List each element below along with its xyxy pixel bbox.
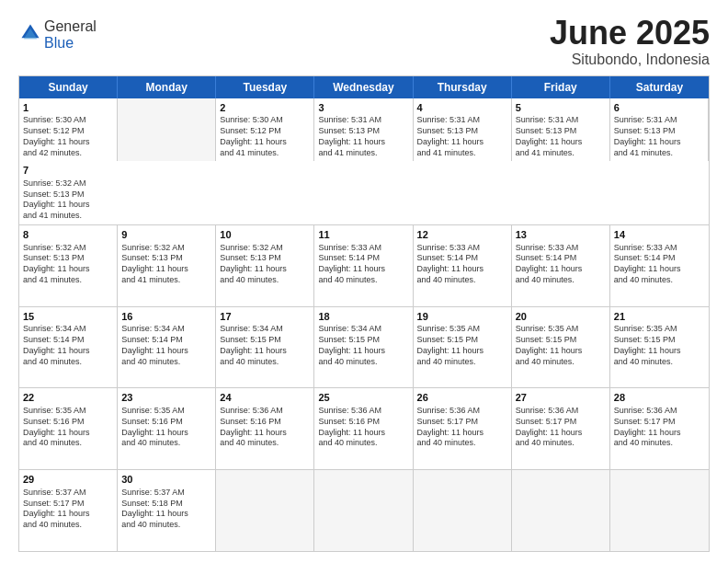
cell-day-number: 22 — [23, 391, 113, 405]
cell-day-info: Sunrise: 5:31 AMSunset: 5:13 PMDaylight:… — [318, 115, 408, 158]
calendar-cell: 5Sunrise: 5:31 AMSunset: 5:13 PMDaylight… — [512, 98, 610, 162]
cell-day-info: Sunrise: 5:32 AMSunset: 5:13 PMDaylight:… — [121, 243, 211, 286]
cell-day-number: 1 — [23, 101, 113, 115]
cell-day-info: Sunrise: 5:35 AMSunset: 5:16 PMDaylight:… — [121, 406, 211, 449]
cell-day-info: Sunrise: 5:31 AMSunset: 5:13 PMDaylight:… — [516, 115, 606, 158]
cell-day-info: Sunrise: 5:30 AMSunset: 5:12 PMDaylight:… — [23, 115, 113, 158]
calendar-cell: 16Sunrise: 5:34 AMSunset: 5:14 PMDayligh… — [118, 307, 216, 388]
calendar-cell: 24Sunrise: 5:36 AMSunset: 5:16 PMDayligh… — [216, 388, 314, 469]
cell-day-number: 12 — [417, 228, 507, 242]
cell-day-info: Sunrise: 5:36 AMSunset: 5:16 PMDaylight:… — [220, 406, 310, 449]
cell-day-info: Sunrise: 5:37 AMSunset: 5:18 PMDaylight:… — [121, 488, 211, 531]
cell-day-number: 6 — [614, 101, 704, 115]
calendar-cell: 2Sunrise: 5:30 AMSunset: 5:12 PMDaylight… — [216, 98, 314, 162]
calendar-cell: 28Sunrise: 5:36 AMSunset: 5:17 PMDayligh… — [610, 388, 709, 469]
cell-day-number: 4 — [417, 101, 507, 115]
cell-day-number: 23 — [121, 391, 211, 405]
cell-day-number: 5 — [516, 101, 606, 115]
calendar-row: 8Sunrise: 5:32 AMSunset: 5:13 PMDaylight… — [19, 224, 709, 306]
calendar-row: 22Sunrise: 5:35 AMSunset: 5:16 PMDayligh… — [19, 387, 709, 469]
cell-day-number: 10 — [220, 228, 310, 242]
cell-day-number: 20 — [516, 310, 606, 324]
calendar-cell: 8Sunrise: 5:32 AMSunset: 5:13 PMDaylight… — [19, 225, 118, 306]
cell-day-number: 13 — [516, 228, 606, 242]
calendar-cell: 25Sunrise: 5:36 AMSunset: 5:16 PMDayligh… — [314, 388, 413, 469]
cell-day-info: Sunrise: 5:31 AMSunset: 5:13 PMDaylight:… — [417, 115, 507, 158]
cell-day-info: Sunrise: 5:36 AMSunset: 5:17 PMDaylight:… — [417, 406, 507, 449]
calendar-cell: 27Sunrise: 5:36 AMSunset: 5:17 PMDayligh… — [512, 388, 610, 469]
calendar-cell: 3Sunrise: 5:31 AMSunset: 5:13 PMDaylight… — [314, 98, 413, 162]
title-location: Situbondo, Indonesia — [550, 52, 710, 68]
calendar-cell: 22Sunrise: 5:35 AMSunset: 5:16 PMDayligh… — [19, 388, 118, 469]
logo: General Blue — [18, 18, 97, 52]
calendar-cell — [118, 98, 216, 162]
cell-day-info: Sunrise: 5:35 AMSunset: 5:15 PMDaylight:… — [516, 324, 606, 367]
cell-day-number: 21 — [614, 310, 705, 324]
cell-day-number: 25 — [318, 391, 408, 405]
cell-day-info: Sunrise: 5:32 AMSunset: 5:13 PMDaylight:… — [23, 178, 114, 222]
calendar-cell: 18Sunrise: 5:34 AMSunset: 5:15 PMDayligh… — [314, 307, 413, 388]
calendar-cell: 21Sunrise: 5:35 AMSunset: 5:15 PMDayligh… — [610, 307, 709, 388]
cell-day-info: Sunrise: 5:33 AMSunset: 5:14 PMDaylight:… — [318, 243, 408, 286]
calendar-cell — [314, 470, 413, 551]
cell-day-info: Sunrise: 5:33 AMSunset: 5:14 PMDaylight:… — [614, 243, 705, 286]
logo-blue: Blue — [44, 35, 74, 51]
cell-day-number: 30 — [121, 473, 211, 487]
cell-day-number: 17 — [220, 310, 310, 324]
calendar-row: 15Sunrise: 5:34 AMSunset: 5:14 PMDayligh… — [19, 306, 709, 388]
header-day-thursday: Thursday — [414, 76, 512, 98]
cell-day-info: Sunrise: 5:30 AMSunset: 5:12 PMDaylight:… — [220, 115, 310, 158]
calendar: SundayMondayTuesdayWednesdayThursdayFrid… — [18, 75, 710, 552]
cell-day-info: Sunrise: 5:33 AMSunset: 5:14 PMDaylight:… — [417, 243, 507, 286]
cell-day-info: Sunrise: 5:34 AMSunset: 5:14 PMDaylight:… — [121, 324, 211, 367]
calendar-cell: 9Sunrise: 5:32 AMSunset: 5:13 PMDaylight… — [118, 225, 216, 306]
calendar-page: General Blue June 2025 Situbondo, Indone… — [0, 0, 728, 563]
cell-day-number: 9 — [121, 228, 211, 242]
cell-day-info: Sunrise: 5:34 AMSunset: 5:15 PMDaylight:… — [318, 324, 408, 367]
cell-day-number: 3 — [318, 101, 408, 115]
cell-day-number: 18 — [318, 310, 408, 324]
calendar-cell: 6Sunrise: 5:31 AMSunset: 5:13 PMDaylight… — [610, 98, 709, 162]
calendar-cell: 23Sunrise: 5:35 AMSunset: 5:16 PMDayligh… — [118, 388, 216, 469]
calendar-cell: 7Sunrise: 5:32 AMSunset: 5:13 PMDaylight… — [19, 161, 118, 224]
header-day-friday: Friday — [512, 76, 610, 98]
cell-day-info: Sunrise: 5:35 AMSunset: 5:15 PMDaylight:… — [417, 324, 507, 367]
cell-day-number: 19 — [417, 310, 507, 324]
calendar-body: 1Sunrise: 5:30 AMSunset: 5:12 PMDaylight… — [19, 98, 709, 551]
calendar-cell: 1Sunrise: 5:30 AMSunset: 5:12 PMDaylight… — [19, 98, 118, 162]
calendar-header: SundayMondayTuesdayWednesdayThursdayFrid… — [19, 76, 709, 98]
cell-day-info: Sunrise: 5:34 AMSunset: 5:15 PMDaylight:… — [220, 324, 310, 367]
cell-day-info: Sunrise: 5:35 AMSunset: 5:15 PMDaylight:… — [614, 324, 705, 367]
cell-day-number: 24 — [220, 391, 310, 405]
cell-day-info: Sunrise: 5:35 AMSunset: 5:16 PMDaylight:… — [23, 406, 113, 449]
calendar-cell: 20Sunrise: 5:35 AMSunset: 5:15 PMDayligh… — [512, 307, 610, 388]
cell-day-number: 2 — [220, 101, 310, 115]
calendar-cell: 12Sunrise: 5:33 AMSunset: 5:14 PMDayligh… — [414, 225, 512, 306]
cell-day-info: Sunrise: 5:36 AMSunset: 5:16 PMDaylight:… — [318, 406, 408, 449]
calendar-cell — [414, 470, 512, 551]
calendar-cell: 30Sunrise: 5:37 AMSunset: 5:18 PMDayligh… — [118, 470, 216, 551]
calendar-cell — [216, 470, 314, 551]
cell-day-number: 14 — [614, 228, 705, 242]
cell-day-info: Sunrise: 5:36 AMSunset: 5:17 PMDaylight:… — [516, 406, 606, 449]
cell-day-number: 16 — [121, 310, 211, 324]
cell-day-number: 27 — [516, 391, 606, 405]
calendar-cell: 19Sunrise: 5:35 AMSunset: 5:15 PMDayligh… — [414, 307, 512, 388]
calendar-cell: 26Sunrise: 5:36 AMSunset: 5:17 PMDayligh… — [414, 388, 512, 469]
cell-day-number: 11 — [318, 228, 408, 242]
cell-day-number: 29 — [23, 473, 113, 487]
title-block: June 2025 Situbondo, Indonesia — [550, 15, 710, 68]
header-day-wednesday: Wednesday — [314, 76, 413, 98]
cell-day-info: Sunrise: 5:32 AMSunset: 5:13 PMDaylight:… — [23, 243, 113, 286]
cell-day-info: Sunrise: 5:34 AMSunset: 5:14 PMDaylight:… — [23, 324, 113, 367]
logo-icon — [20, 23, 40, 43]
calendar-cell — [610, 470, 709, 551]
logo-general: General — [44, 18, 97, 34]
calendar-cell: 4Sunrise: 5:31 AMSunset: 5:13 PMDaylight… — [414, 98, 512, 162]
cell-day-number: 8 — [23, 228, 113, 242]
calendar-cell: 14Sunrise: 5:33 AMSunset: 5:14 PMDayligh… — [610, 225, 709, 306]
cell-day-number: 26 — [417, 391, 507, 405]
header-day-tuesday: Tuesday — [216, 76, 314, 98]
calendar-cell: 15Sunrise: 5:34 AMSunset: 5:14 PMDayligh… — [19, 307, 118, 388]
header-day-sunday: Sunday — [19, 76, 118, 98]
